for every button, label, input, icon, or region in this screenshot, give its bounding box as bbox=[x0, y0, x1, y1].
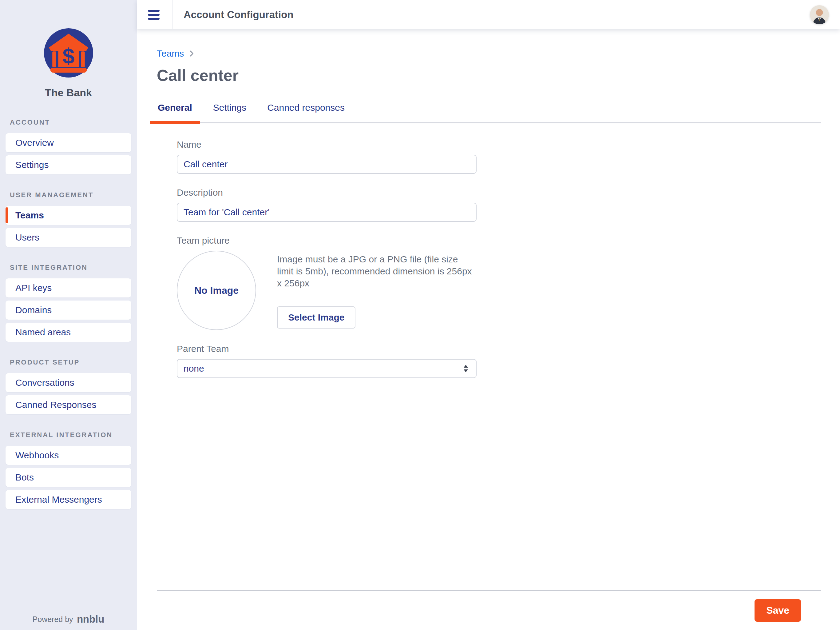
avatar-photo bbox=[810, 5, 829, 24]
tab-general[interactable]: General bbox=[150, 103, 200, 122]
sidebar-item-label: API keys bbox=[15, 283, 52, 293]
sidebar-item-label: Named areas bbox=[15, 327, 71, 337]
sidebar-item-label: Canned Responses bbox=[15, 400, 96, 410]
form-footer: Save bbox=[157, 590, 821, 630]
sidebar-item-webhooks[interactable]: Webhooks bbox=[6, 446, 131, 465]
powered-by: Powered by unblu bbox=[0, 613, 137, 625]
sidebar-item-label: Overview bbox=[15, 138, 54, 148]
svg-text:$: $ bbox=[62, 44, 74, 68]
sidebar-item-users[interactable]: Users bbox=[6, 228, 131, 247]
chevron-right-icon bbox=[189, 49, 194, 57]
content-area: Teams Call center General Settings Canne… bbox=[137, 29, 840, 630]
sidebar-item-label: Users bbox=[15, 232, 39, 243]
parent-team-label: Parent Team bbox=[177, 343, 477, 354]
tab-canned-responses[interactable]: Canned responses bbox=[259, 103, 353, 122]
description-label: Description bbox=[177, 187, 477, 198]
main-area: Account Configuration Teams Call center bbox=[137, 0, 840, 630]
team-form: Name Description Team picture No Image I… bbox=[177, 139, 477, 378]
description-input[interactable] bbox=[177, 203, 477, 222]
sidebar-item-canned-responses[interactable]: Canned Responses bbox=[6, 395, 131, 414]
sidebar-item-conversations[interactable]: Conversations bbox=[6, 373, 131, 392]
sidebar-item-label: Conversations bbox=[15, 377, 74, 388]
sidebar-item-overview[interactable]: Overview bbox=[6, 133, 131, 152]
brand-name: The Bank bbox=[0, 87, 137, 99]
page-title: Call center bbox=[157, 66, 821, 85]
sidebar-item-settings[interactable]: Settings bbox=[6, 155, 131, 174]
tab-bar: General Settings Canned responses bbox=[150, 103, 821, 123]
select-image-button[interactable]: Select Image bbox=[277, 306, 355, 329]
bank-logo-icon: $ bbox=[44, 28, 93, 78]
name-label: Name bbox=[177, 139, 477, 150]
sidebar-item-named-areas[interactable]: Named areas bbox=[6, 323, 131, 342]
team-picture-side: Image must be a JPG or a PNG file (file … bbox=[277, 251, 477, 329]
parent-team-group: Parent Team none bbox=[177, 343, 477, 378]
sidebar-item-external-messengers[interactable]: External Messengers bbox=[6, 490, 131, 509]
sidebar-nav: ACCOUNT Overview Settings USER MANAGEMEN… bbox=[0, 119, 137, 509]
sidebar-item-label: Webhooks bbox=[15, 450, 59, 461]
powered-by-label: Powered by bbox=[33, 615, 73, 624]
breadcrumb-teams-link[interactable]: Teams bbox=[157, 48, 184, 59]
sidebar: $ The Bank ACCOUNT Overview Settings USE… bbox=[0, 0, 137, 630]
sidebar-item-label: Bots bbox=[15, 472, 34, 483]
brand-block: $ The Bank bbox=[0, 0, 137, 99]
avatar[interactable] bbox=[810, 5, 829, 24]
sidebar-item-bots[interactable]: Bots bbox=[6, 468, 131, 487]
parent-team-value: none bbox=[183, 363, 204, 374]
team-picture-group: Team picture No Image Image must be a JP… bbox=[177, 235, 477, 330]
team-picture-label: Team picture bbox=[177, 235, 477, 246]
topbar-divider bbox=[172, 0, 172, 29]
section-label-external-integration: EXTERNAL INTEGRATION bbox=[10, 431, 127, 439]
section-label-account: ACCOUNT bbox=[10, 119, 127, 127]
sidebar-item-domains[interactable]: Domains bbox=[6, 301, 131, 320]
sidebar-item-label: Teams bbox=[15, 210, 44, 220]
name-field-group: Name bbox=[177, 139, 477, 174]
section-label-user-management: USER MANAGEMENT bbox=[10, 191, 127, 199]
no-image-text: No Image bbox=[194, 285, 238, 296]
top-bar: Account Configuration bbox=[137, 0, 840, 29]
breadcrumb: Teams bbox=[157, 48, 821, 59]
app-window: $ The Bank ACCOUNT Overview Settings USE… bbox=[0, 0, 840, 630]
menu-icon[interactable] bbox=[148, 10, 159, 20]
sidebar-item-teams[interactable]: Teams bbox=[6, 206, 131, 225]
team-picture-row: No Image Image must be a JPG or a PNG fi… bbox=[177, 251, 477, 330]
sidebar-item-label: Settings bbox=[15, 160, 49, 170]
sidebar-item-label: Domains bbox=[15, 305, 52, 315]
team-picture-preview: No Image bbox=[177, 251, 256, 330]
name-input[interactable] bbox=[177, 155, 477, 174]
save-button[interactable]: Save bbox=[755, 599, 801, 622]
unblu-logo-rest: nblu bbox=[83, 613, 104, 625]
sidebar-item-label: External Messengers bbox=[15, 494, 102, 505]
sidebar-item-api-keys[interactable]: API keys bbox=[6, 279, 131, 298]
app-title: Account Configuration bbox=[183, 9, 293, 21]
parent-team-select[interactable]: none bbox=[177, 359, 477, 378]
unblu-logo: unblu bbox=[77, 613, 104, 625]
unblu-logo-first: u bbox=[77, 615, 83, 626]
section-label-site-integration: SITE INTEGRATION bbox=[10, 264, 127, 272]
description-field-group: Description bbox=[177, 187, 477, 222]
select-spinner-icon bbox=[464, 365, 468, 372]
section-label-product-setup: PRODUCT SETUP bbox=[10, 358, 127, 366]
tab-settings[interactable]: Settings bbox=[205, 103, 254, 122]
image-requirements-text: Image must be a JPG or a PNG file (file … bbox=[277, 253, 477, 289]
